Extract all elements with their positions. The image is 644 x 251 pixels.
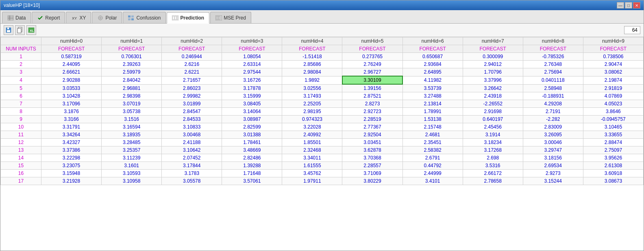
data-cell: 3.21928	[41, 177, 102, 185]
data-cell: 2.76348	[523, 61, 583, 68]
page-number: 64	[624, 26, 640, 34]
data-cell: 3.3166	[41, 116, 102, 123]
data-cell: 2.58948	[523, 84, 583, 92]
data-cell: 2.25205	[282, 100, 342, 108]
minimize-button[interactable]: —	[617, 2, 624, 9]
data-cell: 3.1783	[162, 170, 222, 177]
data-cell: 3.26095	[523, 131, 583, 139]
data-cell: 3.30109	[342, 76, 402, 84]
tab-polar-label: Polar	[105, 15, 117, 21]
data-cell: 3.1516	[102, 116, 162, 123]
forecast-label-3: FORECAST	[222, 45, 282, 53]
save-button[interactable]	[4, 25, 13, 35]
data-cell: 1.53138	[402, 116, 463, 123]
table-row: 93.31663.15162.845333.089870.9743232.285…	[1, 116, 644, 123]
data-cell: 3.42327	[41, 139, 102, 146]
data-cell: 2.82599	[222, 123, 282, 131]
data-cell: 2.91819	[583, 84, 643, 92]
data-cell: 3.08062	[583, 68, 643, 76]
svg-rect-17	[218, 16, 220, 20]
data-cell: 3.05738	[102, 108, 162, 116]
data-cell: 0.738506	[583, 53, 643, 61]
col-header-0: numHid=0	[41, 37, 102, 45]
title-bar: valueHP [18×10] — □ ✕	[0, 0, 644, 10]
data-cell: 1.39156	[342, 84, 402, 92]
tab-confussion[interactable]: Confussion	[123, 12, 166, 23]
data-cell: 3.18234	[463, 139, 523, 146]
maximize-button[interactable]: □	[625, 2, 632, 9]
report-icon	[37, 15, 44, 21]
data-cell: 0.974323	[282, 116, 342, 123]
window-title: valueHP [18×10]	[4, 2, 40, 8]
data-cell: 2.84547	[162, 108, 222, 116]
data-cell: 3.18156	[523, 154, 583, 162]
data-cell: 2.98084	[282, 68, 342, 76]
data-cell: 3.1876	[41, 108, 102, 116]
tab-xy[interactable]: XY XY	[66, 12, 91, 23]
forecast-label-6: FORECAST	[402, 45, 463, 53]
data-cell: 3.5316	[463, 162, 523, 170]
data-cell: 4.05023	[583, 100, 643, 108]
data-cell: 3.80229	[342, 177, 402, 185]
data-cell: 3.07019	[102, 100, 162, 108]
data-cell: 3.22298	[41, 154, 102, 162]
data-table-container[interactable]: numHid=0 numHid=1 numHid=2 numHid=3 numH…	[0, 37, 644, 251]
data-cell: 3.10465	[583, 123, 643, 131]
data-cell: 0.0401118	[523, 76, 583, 84]
row-number: 10	[1, 123, 41, 131]
column-header-row: numHid=0 numHid=1 numHid=2 numHid=3 numH…	[1, 37, 644, 45]
data-cell: 2.9273	[523, 170, 583, 177]
data-cell: 0.706301	[102, 53, 162, 61]
data-cell: 1.78461	[222, 139, 282, 146]
data-cell: 2.98195	[282, 108, 342, 116]
data-cell: 2.39263	[102, 61, 162, 68]
row-number: 9	[1, 116, 41, 123]
table-row: 73.170963.070193.018993.084052.252052.82…	[1, 100, 644, 108]
data-cell: 2.77367	[342, 123, 402, 131]
data-cell: 3.23075	[41, 162, 102, 170]
table-row: 113.342643.189353.004683.013882.409922.9…	[1, 131, 644, 139]
data-cell: 0.640197	[463, 116, 523, 123]
data-cell: 3.37996	[463, 76, 523, 84]
data-cell: 3.03451	[342, 139, 402, 146]
tab-mse-pred[interactable]: MSE Pred	[210, 12, 251, 23]
row-label-header	[1, 37, 41, 45]
data-cell: 0.246944	[162, 53, 222, 61]
data-cell: 3.10833	[162, 123, 222, 131]
export-button[interactable]: XL	[26, 25, 36, 35]
data-cell: 2.44095	[41, 61, 102, 68]
data-cell: -0.188931	[523, 92, 583, 100]
data-cell: 2.59979	[102, 68, 162, 76]
data-cell: 3.17878	[222, 84, 282, 92]
data-cell: 0.650687	[402, 53, 463, 61]
data-cell: 2.96727	[342, 68, 402, 76]
table-row: 53.035332.968812.860233.178783.025561.39…	[1, 84, 644, 92]
copy-button[interactable]	[15, 25, 25, 35]
title-bar-buttons: — □ ✕	[617, 2, 640, 9]
mse-icon	[215, 15, 222, 21]
data-table: numHid=0 numHid=1 numHid=2 numHid=3 numH…	[0, 37, 644, 185]
data-cell: 2.69534	[523, 162, 583, 170]
close-button[interactable]: ✕	[633, 2, 640, 9]
forecast-label-5: FORECAST	[342, 45, 402, 53]
tab-report[interactable]: Report	[32, 12, 65, 23]
table-row: 42.902882.840422.716573.167261.98923.301…	[1, 76, 644, 84]
tab-polar[interactable]: Polar	[92, 12, 122, 23]
data-cell: 3.02556	[282, 84, 342, 92]
data-cell: 3.11239	[102, 154, 162, 162]
data-cell: 2.28519	[342, 116, 402, 123]
table-row: 63.104282.983982.999823.159993.174932.87…	[1, 92, 644, 100]
svg-rect-0	[8, 15, 13, 20]
data-cell: 2.28557	[342, 162, 402, 170]
svg-rect-10	[131, 18, 134, 20]
data-cell: 3.34011	[282, 154, 342, 162]
data-cell: 2.43918	[463, 92, 523, 100]
data-cell: 1.85501	[282, 139, 342, 146]
tab-data[interactable]: Data	[2, 12, 31, 23]
data-cell: 2.64895	[402, 68, 463, 76]
data-cell: 3.70368	[342, 154, 402, 162]
data-cell: 1.61555	[282, 162, 342, 170]
table-row: 83.18763.057382.845473.140642.981952.927…	[1, 108, 644, 116]
tab-prediction[interactable]: Prediction	[167, 12, 209, 24]
data-cell: 3.27488	[402, 92, 463, 100]
